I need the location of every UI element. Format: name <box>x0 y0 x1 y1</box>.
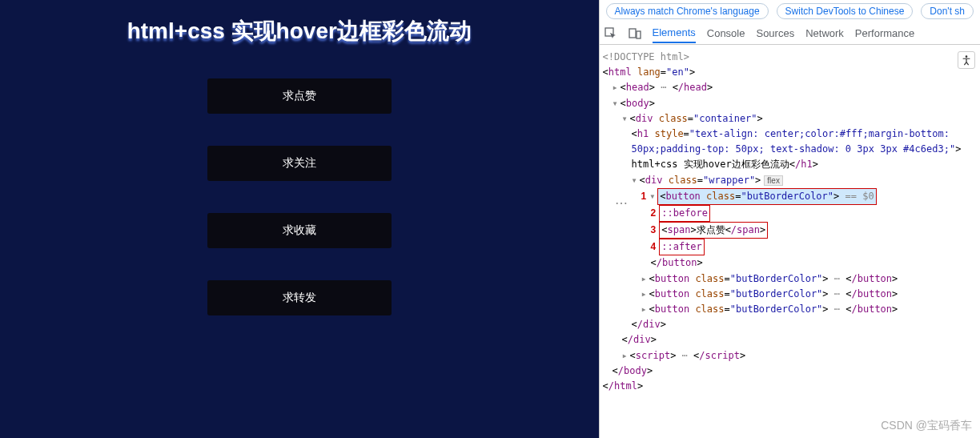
follow-button[interactable]: 求关注 <box>207 146 392 181</box>
dont-show-chip[interactable]: Don't sh <box>921 3 974 19</box>
match-language-chip[interactable]: Always match Chrome's language <box>606 3 769 19</box>
tab-sources[interactable]: Sources <box>756 24 794 42</box>
dom-body-open[interactable]: ▾<body> <box>603 96 977 111</box>
tab-elements[interactable]: Elements <box>653 23 696 43</box>
like-button[interactable]: 求点赞 <box>207 78 392 114</box>
dom-annot-4[interactable]: 4::after <box>603 239 977 255</box>
dom-html-close[interactable]: </html> <box>603 379 977 394</box>
devtools-infobar: Always match Chrome's language Switch De… <box>600 0 980 22</box>
tab-network[interactable]: Network <box>805 24 844 42</box>
dom-html-open[interactable]: <html lang="en"> <box>603 65 977 80</box>
dom-script[interactable]: ▸<script> ⋯ </script> <box>603 348 977 364</box>
dom-button-close[interactable]: </button> <box>603 255 977 271</box>
devtools-tabs: Elements Console Sources Network Perform… <box>600 22 980 45</box>
page-preview: html+css 实现hover边框彩色流动 求点赞 求关注 求收藏 求转发 <box>0 0 599 438</box>
devtools-panel: Always match Chrome's language Switch De… <box>599 0 980 438</box>
button-wrapper: 求点赞 求关注 求收藏 求转发 <box>0 78 599 315</box>
page-title: html+css 实现hover边框彩色流动 <box>0 0 599 46</box>
dom-button-2[interactable]: ▸<button class="butBorderColor"> ⋯ </but… <box>603 271 977 287</box>
dom-annot-3[interactable]: 3<span>求点赞</span> <box>603 222 977 239</box>
hover-dots-icon: ⋯ <box>615 195 628 211</box>
inspect-icon[interactable] <box>604 27 617 40</box>
csdn-watermark: CSDN @宝码香车 <box>881 419 972 433</box>
dom-annot-1[interactable]: 1▾<button class="butBorderColor"> == $0 <box>603 188 977 205</box>
dom-tree[interactable]: <!DOCTYPE html> <html lang="en"> ▸<head>… <box>600 45 980 399</box>
svg-rect-2 <box>637 31 641 38</box>
dom-h1[interactable]: <h1 style="text-align: center;color:#fff… <box>603 127 977 173</box>
dom-head[interactable]: ▸<head> ⋯ </head> <box>603 80 977 95</box>
dom-container-close[interactable]: </div> <box>603 332 977 348</box>
dom-container[interactable]: ▾<div class="container"> <box>603 111 977 127</box>
dom-annot-2[interactable]: 2::before <box>603 205 977 222</box>
dom-doctype[interactable]: <!DOCTYPE html> <box>603 50 977 65</box>
accessibility-icon[interactable] <box>958 51 975 69</box>
tab-console[interactable]: Console <box>707 24 745 42</box>
favorite-button[interactable]: 求收藏 <box>207 213 392 248</box>
svg-rect-1 <box>629 29 636 38</box>
device-icon[interactable] <box>629 27 641 40</box>
tab-performance[interactable]: Performance <box>855 24 914 42</box>
share-button[interactable]: 求转发 <box>207 280 392 315</box>
dom-button-4[interactable]: ▸<button class="butBorderColor"> ⋯ </but… <box>603 302 977 317</box>
dom-wrapper[interactable]: ▾<div class="wrapper">flex <box>603 173 977 188</box>
dom-body-close[interactable]: </body> <box>603 364 977 379</box>
dom-button-3[interactable]: ▸<button class="butBorderColor"> ⋯ </but… <box>603 287 977 302</box>
switch-chinese-chip[interactable]: Switch DevTools to Chinese <box>777 3 914 19</box>
svg-point-3 <box>966 55 968 58</box>
dom-wrapper-close[interactable]: </div> <box>603 317 977 332</box>
